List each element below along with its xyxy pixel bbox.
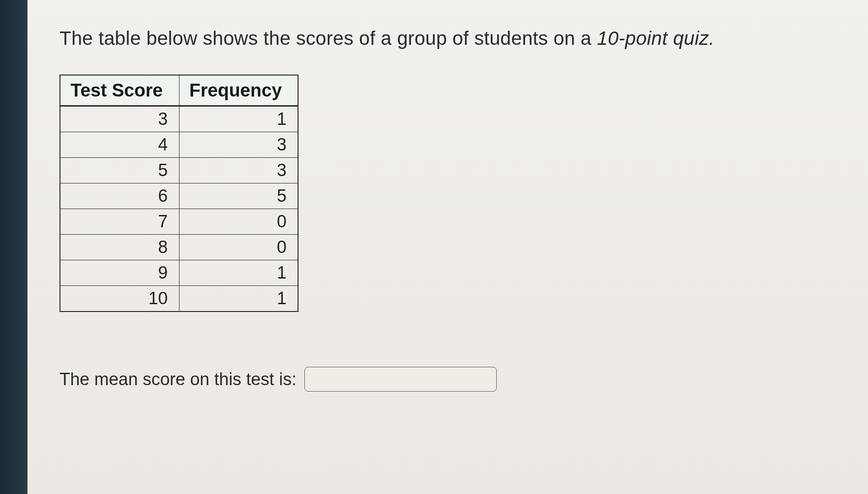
cell-freq: 3 xyxy=(179,158,298,183)
cell-freq: 5 xyxy=(179,183,298,209)
cell-freq: 0 xyxy=(179,209,298,235)
table-row: 8 0 xyxy=(60,235,298,260)
cell-score: 7 xyxy=(60,209,179,235)
table-row: 3 1 xyxy=(60,106,298,132)
prompt-text: The table below shows the scores of a gr… xyxy=(60,27,841,49)
mean-score-input[interactable] xyxy=(304,367,497,392)
answer-label: The mean score on this test is: xyxy=(60,370,296,389)
score-frequency-table: Test Score Frequency 3 1 4 3 5 3 6 5 7 xyxy=(60,75,298,312)
cell-freq: 0 xyxy=(179,235,298,260)
table-row: 5 3 xyxy=(60,158,298,183)
answer-row: The mean score on this test is: xyxy=(60,367,841,392)
cell-freq: 1 xyxy=(179,286,298,312)
screen-edge xyxy=(0,0,27,494)
cell-score: 8 xyxy=(60,235,179,260)
prompt-italic: 10-point quiz. xyxy=(597,27,714,49)
table-header-row: Test Score Frequency xyxy=(60,75,298,106)
table-row: 9 1 xyxy=(60,260,298,286)
cell-score: 3 xyxy=(60,106,179,132)
question-content: The table below shows the scores of a gr… xyxy=(0,0,868,419)
cell-score: 5 xyxy=(60,158,179,183)
cell-freq: 3 xyxy=(179,132,298,158)
cell-freq: 1 xyxy=(179,260,298,286)
cell-score: 9 xyxy=(60,260,179,286)
table-row: 10 1 xyxy=(60,286,298,312)
table-row: 7 0 xyxy=(60,209,298,235)
cell-freq: 1 xyxy=(179,106,298,132)
prompt-pre: The table below shows the scores of a gr… xyxy=(60,27,597,49)
cell-score: 10 xyxy=(60,286,179,312)
header-test-score: Test Score xyxy=(60,75,179,106)
cell-score: 6 xyxy=(60,183,179,209)
cell-score: 4 xyxy=(60,132,179,158)
table-row: 6 5 xyxy=(60,183,298,209)
table-row: 4 3 xyxy=(60,132,298,158)
header-frequency: Frequency xyxy=(179,75,298,106)
